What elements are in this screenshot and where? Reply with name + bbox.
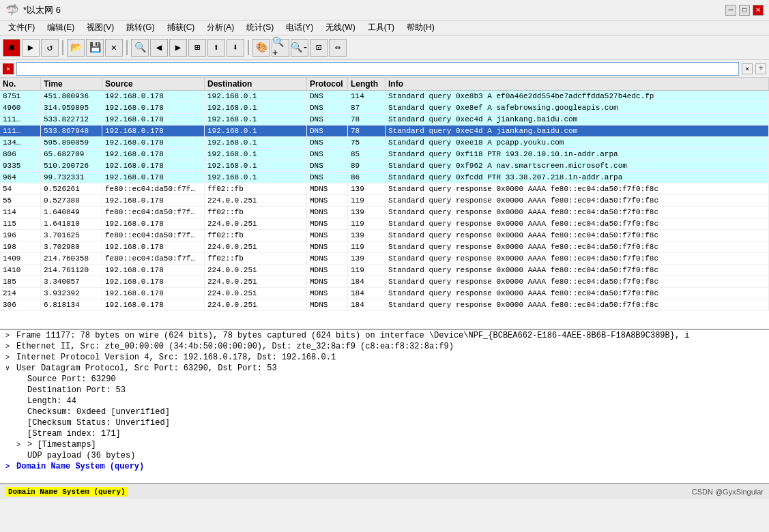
table-row[interactable]: 1409214.760358fe80::ec04:da50:f7f…ff02::… bbox=[0, 253, 769, 265]
table-cell: 184 bbox=[348, 299, 386, 310]
table-cell: fe80::ec04:da50:f7f… bbox=[102, 183, 205, 194]
window-title-text: *以太网 6 bbox=[23, 4, 61, 16]
find-button[interactable]: 🔍 bbox=[131, 39, 149, 57]
table-row[interactable]: 3066.818134192.168.0.178224.0.0.251MDNS1… bbox=[0, 299, 769, 311]
table-cell: 224.0.0.251 bbox=[205, 265, 307, 276]
menu-item-1[interactable]: 编辑(E) bbox=[42, 20, 80, 35]
expand-icon[interactable]: > bbox=[16, 441, 25, 449]
table-cell: 192.168.0.178 bbox=[102, 91, 205, 102]
menu-item-3[interactable]: 跳转(G) bbox=[121, 20, 160, 35]
header-info: Info bbox=[386, 78, 769, 90]
packet-list[interactable]: No. Time Source Destination Protocol Len… bbox=[0, 78, 769, 330]
table-row[interactable]: 80665.682709192.168.0.178192.168.0.1DNS8… bbox=[0, 149, 769, 160]
table-cell: 54 bbox=[0, 183, 41, 194]
open-button[interactable]: 📂 bbox=[67, 39, 85, 57]
filter-clear-button[interactable]: ✕ bbox=[742, 63, 753, 74]
detail-row[interactable]: [Checksum Status: Unverified] bbox=[0, 417, 769, 428]
table-cell: Standard query response 0x0000 AAAA fe80… bbox=[386, 195, 769, 206]
table-row[interactable]: 1410214.761120192.168.0.178224.0.0.251MD… bbox=[0, 265, 769, 276]
table-row[interactable]: 2143.932392192.168.0.178224.0.0.251MDNS1… bbox=[0, 288, 769, 299]
filter-input[interactable]: udp bbox=[16, 62, 739, 76]
detail-row[interactable]: >Domain Name System (query) bbox=[0, 461, 769, 472]
zoom-normal-button[interactable]: ⊡ bbox=[310, 39, 328, 57]
detail-row[interactable]: ∨User Datagram Protocol, Src Port: 63290… bbox=[0, 363, 769, 374]
detail-row[interactable]: >Internet Protocol Version 4, Src: 192.1… bbox=[0, 352, 769, 363]
menu-item-9[interactable]: 工具(T) bbox=[362, 20, 400, 35]
detail-row[interactable]: >Frame 11177: 78 bytes on wire (624 bits… bbox=[0, 330, 769, 341]
toolbar-separator-2 bbox=[126, 40, 128, 55]
detail-panel[interactable]: >Frame 11177: 78 bytes on wire (624 bits… bbox=[0, 330, 769, 484]
expand-icon[interactable]: > bbox=[5, 354, 14, 361]
table-row[interactable]: 550.527388192.168.0.178224.0.0.251MDNS11… bbox=[0, 195, 769, 207]
menu-item-4[interactable]: 捕获(C) bbox=[162, 20, 201, 35]
next-button[interactable]: ⬇ bbox=[227, 39, 244, 57]
detail-row[interactable]: [Stream index: 171] bbox=[0, 428, 769, 439]
table-row[interactable]: 540.526261fe80::ec04:da50:f7f…ff02::fbMD… bbox=[0, 183, 769, 195]
table-cell: 0.526261 bbox=[41, 183, 102, 194]
table-cell: MDNS bbox=[307, 299, 348, 310]
detail-row[interactable]: >Ethernet II, Src: zte_00:00:00 (34:4b:5… bbox=[0, 341, 769, 352]
table-row[interactable]: 1983.702980192.168.0.178224.0.0.251MDNS1… bbox=[0, 241, 769, 253]
close-button[interactable]: ✕ bbox=[753, 5, 764, 16]
table-row[interactable]: 8751451.800936192.168.0.178192.168.0.1DN… bbox=[0, 91, 769, 102]
detail-text: Destination Port: 53 bbox=[27, 385, 126, 395]
table-row[interactable]: 134…595.890059192.168.0.178192.168.0.1DN… bbox=[0, 137, 769, 149]
stop-button[interactable]: ■ bbox=[3, 39, 20, 57]
detail-text: Domain Name System (query) bbox=[16, 462, 144, 471]
zoom-out-button[interactable]: 🔍- bbox=[291, 39, 308, 57]
detail-row[interactable]: Length: 44 bbox=[0, 396, 769, 407]
table-row[interactable]: 111…533.822712192.168.0.178192.168.0.1DN… bbox=[0, 114, 769, 125]
expand-icon[interactable]: > bbox=[5, 343, 14, 351]
previous-button[interactable]: ⬆ bbox=[207, 39, 225, 57]
expand-icon[interactable]: > bbox=[5, 463, 14, 471]
zoom-in-button[interactable]: 🔍+ bbox=[272, 39, 289, 57]
start-button[interactable]: ▶ bbox=[22, 39, 40, 57]
table-cell: 192.168.0.178 bbox=[102, 241, 205, 252]
table-row[interactable]: 1963.701625fe80::ec04:da50:f7f…ff02::fbM… bbox=[0, 230, 769, 241]
menu-item-10[interactable]: 帮助(H) bbox=[401, 20, 440, 35]
table-cell: 192.168.0.178 bbox=[102, 102, 205, 113]
menu-item-2[interactable]: 视图(V) bbox=[81, 20, 119, 35]
table-cell: 192.168.0.178 bbox=[102, 265, 205, 276]
menu-item-8[interactable]: 无线(W) bbox=[320, 20, 360, 35]
table-cell: 192.168.0.178 bbox=[102, 195, 205, 206]
resize-columns-button[interactable]: ⇔ bbox=[329, 39, 347, 57]
minimize-button[interactable]: ─ bbox=[725, 5, 736, 16]
table-cell: 224.0.0.251 bbox=[205, 218, 307, 229]
table-cell: 85 bbox=[348, 149, 386, 160]
detail-row[interactable]: >> [Timestamps] bbox=[0, 439, 769, 450]
expand-icon[interactable]: > bbox=[5, 332, 14, 340]
restart-button[interactable]: ↺ bbox=[41, 39, 59, 57]
table-row[interactable]: 1151.641810192.168.0.178224.0.0.251MDNS1… bbox=[0, 218, 769, 230]
expand-icon[interactable]: ∨ bbox=[5, 364, 14, 372]
close-capture-button[interactable]: ✕ bbox=[105, 39, 123, 57]
menu-item-6[interactable]: 统计(S) bbox=[241, 20, 279, 35]
go-to-packet[interactable]: ⊞ bbox=[188, 39, 206, 57]
save-button[interactable]: 💾 bbox=[86, 39, 104, 57]
table-cell: Standard query 0xec4d A jiankang.baidu.c… bbox=[386, 125, 769, 136]
maximize-button[interactable]: □ bbox=[739, 5, 750, 16]
filter-close-button[interactable]: ✕ bbox=[3, 63, 14, 74]
table-row[interactable]: 1141.640849fe80::ec04:da50:f7f…ff02::fbM… bbox=[0, 207, 769, 218]
table-row[interactable]: 4960314.959805192.168.0.178192.168.0.1DN… bbox=[0, 102, 769, 114]
filter-add-button[interactable]: + bbox=[755, 63, 766, 74]
detail-row[interactable]: Destination Port: 53 bbox=[0, 385, 769, 396]
table-row[interactable]: 96499.732331192.168.0.178192.168.0.1DNS8… bbox=[0, 172, 769, 183]
detail-row[interactable]: Source Port: 63290 bbox=[0, 374, 769, 385]
table-row[interactable]: 111…533.867948192.168.0.178192.168.0.1DN… bbox=[0, 125, 769, 137]
table-cell: 3.702980 bbox=[41, 241, 102, 252]
detail-row[interactable]: UDP payload (36 bytes) bbox=[0, 450, 769, 461]
table-cell: MDNS bbox=[307, 230, 348, 241]
detail-row[interactable]: Checksum: 0xdeed [unverified] bbox=[0, 407, 769, 417]
menu-item-7[interactable]: 电话(Y) bbox=[280, 20, 319, 35]
menu-item-0[interactable]: 文件(F) bbox=[3, 20, 40, 35]
table-cell: fe80::ec04:da50:f7f… bbox=[102, 230, 205, 241]
table-row[interactable]: 9335510.290726192.168.0.178192.168.0.1DN… bbox=[0, 160, 769, 172]
table-cell: 139 bbox=[348, 207, 386, 218]
forward-button[interactable]: ▶ bbox=[169, 39, 187, 57]
table-row[interactable]: 1853.340057192.168.0.178224.0.0.251MDNS1… bbox=[0, 276, 769, 288]
table-cell: 198 bbox=[0, 241, 41, 252]
back-button[interactable]: ◀ bbox=[150, 39, 168, 57]
colorize-button[interactable]: 🎨 bbox=[252, 39, 270, 57]
menu-item-5[interactable]: 分析(A) bbox=[201, 20, 240, 35]
